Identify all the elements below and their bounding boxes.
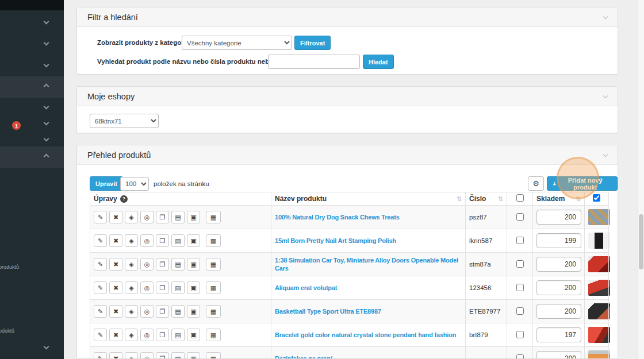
preview-icon-button[interactable]: ◎ (140, 211, 154, 223)
delete-icon-button[interactable]: ✖ (109, 258, 122, 271)
row-checkbox[interactable] (516, 307, 524, 315)
row-checkbox[interactable] (516, 284, 524, 291)
delete-icon-button[interactable]: ✖ (109, 281, 122, 294)
paste-icon-button[interactable]: ▣ (187, 305, 200, 318)
preview-icon-button[interactable]: ◎ (140, 352, 154, 359)
catalog-icon-button[interactable]: ▤ (171, 329, 185, 341)
row-checkbox[interactable] (516, 354, 524, 359)
sidebar-menu-item[interactable] (0, 11, 64, 33)
search-input[interactable] (268, 55, 360, 69)
sidebar-menu-item[interactable] (0, 55, 64, 76)
eshop-select[interactable]: 68ktnx71 (90, 114, 159, 128)
preview-icon-button[interactable]: ◎ (140, 281, 154, 294)
preview-icon-button[interactable]: ◎ (140, 329, 154, 341)
catalog-icon-button[interactable]: ▤ (171, 281, 185, 294)
edit-button[interactable]: Upravit (90, 176, 123, 191)
edit-icon-button[interactable]: ✎ (94, 211, 107, 223)
image-icon-button[interactable]: ▦ (206, 281, 221, 294)
image-icon-button[interactable]: ▦ (206, 305, 221, 318)
delete-icon-button[interactable]: ✖ (109, 305, 122, 318)
tag-icon-button[interactable]: ◈ (125, 281, 138, 294)
paste-icon-button[interactable]: ▣ (187, 281, 200, 294)
copy-icon-button[interactable]: ❐ (156, 281, 169, 294)
stock-input[interactable] (536, 280, 581, 295)
row-checkbox[interactable] (516, 237, 524, 244)
image-icon-button[interactable]: ▦ (206, 258, 221, 271)
product-link[interactable]: Basketball Type Sport Ultra ETE8987 (275, 307, 462, 315)
sidebar-submenu-item[interactable] (0, 115, 64, 131)
header-checkbox[interactable] (516, 194, 524, 202)
paste-icon-button[interactable]: ▣ (187, 329, 200, 341)
copy-icon-button[interactable]: ❐ (156, 258, 169, 271)
catalog-icon-button[interactable]: ▤ (171, 211, 185, 223)
image-icon-button[interactable]: ▦ (206, 329, 221, 341)
product-link[interactable]: Bracelet gold color natural crystal ston… (275, 331, 462, 339)
help-icon[interactable]: ? (120, 195, 128, 203)
product-link[interactable]: 15ml Born Pretty Nail Art Stamping Polis… (275, 237, 462, 245)
delete-icon-button[interactable]: ✖ (109, 234, 122, 247)
catalog-icon-button[interactable]: ▤ (171, 258, 185, 271)
header-stock[interactable]: Skladem⇅ (533, 192, 585, 206)
edit-icon-button[interactable]: ✎ (94, 258, 107, 271)
preview-icon-button[interactable]: ◎ (140, 258, 154, 271)
delete-icon-button[interactable]: ✖ (109, 211, 122, 223)
category-select[interactable]: Všechny kategorie (182, 36, 292, 50)
stock-input[interactable] (536, 327, 581, 342)
sidebar-menu-item-expanded[interactable] (0, 146, 64, 168)
tag-icon-button[interactable]: ◈ (125, 258, 138, 271)
copy-icon-button[interactable]: ❐ (156, 329, 169, 341)
stock-input[interactable] (536, 257, 581, 272)
filter-button[interactable]: Filtrovat (294, 36, 331, 50)
image-icon-button[interactable]: ▦ (206, 211, 221, 223)
settings-button[interactable]: ⚙ (528, 176, 544, 191)
sidebar-submenu-item[interactable] (0, 131, 64, 147)
stock-input[interactable] (536, 304, 581, 319)
tag-icon-button[interactable]: ◈ (125, 211, 138, 223)
edit-icon-button[interactable]: ✎ (94, 329, 107, 341)
sidebar-menu-item[interactable] (0, 337, 64, 358)
stock-input[interactable] (536, 351, 581, 359)
edit-icon-button[interactable]: ✎ (94, 352, 107, 359)
tag-icon-button[interactable]: ◈ (125, 329, 138, 341)
row-checkbox[interactable] (516, 213, 524, 221)
sidebar-submenu-item[interactable] (0, 99, 64, 115)
copy-icon-button[interactable]: ❐ (156, 305, 169, 318)
panel-collapse-icon[interactable] (603, 152, 608, 157)
row-checkbox[interactable] (516, 331, 524, 338)
edit-icon-button[interactable]: ✎ (94, 305, 107, 318)
panel-collapse-icon[interactable] (603, 14, 608, 19)
catalog-icon-button[interactable]: ▤ (171, 305, 185, 318)
header-name[interactable]: Název produktu⇅ (271, 192, 466, 206)
panel-collapse-icon[interactable] (603, 94, 608, 98)
catalog-icon-button[interactable]: ▤ (171, 234, 185, 247)
copy-icon-button[interactable]: ❐ (156, 352, 169, 359)
edit-icon-button[interactable]: ✎ (94, 234, 107, 247)
preview-icon-button[interactable]: ◎ (140, 305, 154, 318)
product-link[interactable]: Dezinfekce na praní (275, 354, 462, 359)
row-checkbox[interactable] (516, 260, 524, 268)
paste-icon-button[interactable]: ▣ (187, 234, 200, 247)
product-link[interactable]: 1:38 Simulation Car Toy, Miniature Alloy… (275, 256, 462, 273)
catalog-icon-button[interactable]: ▤ (171, 352, 185, 359)
delete-icon-button[interactable]: ✖ (109, 329, 122, 341)
tag-icon-button[interactable]: ◈ (125, 305, 138, 318)
image-icon-button[interactable]: ▦ (206, 234, 221, 247)
product-link[interactable]: 100% Natural Dry Dog Snack Chews Treats (275, 213, 462, 221)
sidebar-menu-item-active[interactable] (0, 76, 64, 98)
tag-icon-button[interactable]: ◈ (125, 234, 138, 247)
preview-icon-button[interactable]: ◎ (140, 234, 154, 247)
edit-icon-button[interactable]: ✎ (94, 281, 107, 294)
paste-icon-button[interactable]: ▣ (187, 258, 200, 271)
product-link[interactable]: Aliquam erat volutpat (275, 284, 462, 292)
search-button[interactable]: Hledat (363, 55, 394, 69)
paste-icon-button[interactable]: ▣ (187, 211, 200, 223)
stock-input[interactable] (536, 210, 581, 225)
delete-icon-button[interactable]: ✖ (109, 352, 122, 359)
scrollbar-thumb[interactable] (639, 214, 643, 269)
add-product-button[interactable]: +Přidat nový produkt (547, 176, 618, 191)
image-icon-button[interactable]: ▦ (206, 352, 221, 359)
select-all-checkbox[interactable] (593, 194, 600, 202)
paste-icon-button[interactable]: ▣ (187, 352, 200, 359)
stock-input[interactable] (536, 233, 581, 248)
page-size-select[interactable]: 100 (120, 177, 149, 191)
